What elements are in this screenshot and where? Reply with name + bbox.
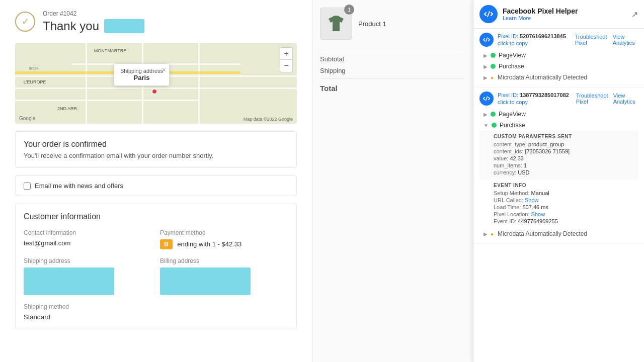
- fb-pixel-id-2: Pixel ID: 1387793285017082 click to copy: [498, 92, 569, 105]
- shipping-label: Shipping: [320, 67, 346, 74]
- fb-param-num-items: num_items: 1: [494, 162, 632, 168]
- payment-value: B ending with 1 - $42.33: [160, 239, 288, 249]
- shipping-method: Shipping method Standard: [24, 303, 288, 321]
- map-keyboard: Google: [19, 114, 35, 122]
- billing-address: Billing address: [160, 257, 288, 295]
- map-pin: [150, 88, 158, 99]
- fb-code-icon: [484, 10, 493, 19]
- map-label-europe: L'EUROPE: [24, 79, 46, 84]
- fb-pixel-section-1: Pixel ID: 520761696213845 click to copy …: [473, 29, 644, 87]
- fb-pixel-id-1: Pixel ID: 520761696213845 click to copy: [498, 33, 566, 46]
- fb-info-setup: Setup Method: Manual: [494, 190, 632, 196]
- fb-header-title-group: Facebook Pixel Helper Learn More: [503, 7, 578, 21]
- fb-info-event-id: Event ID: 4497764909255: [494, 218, 632, 224]
- fb-icon: [479, 5, 498, 23]
- fb-panel-title: Facebook Pixel Helper: [503, 7, 578, 15]
- contact-value: test@gmail.com: [24, 239, 152, 247]
- payment-label: Payment method: [160, 229, 288, 236]
- shipping-method-label: Shipping method: [24, 303, 288, 310]
- shipping-address-label: Shipping address: [24, 257, 152, 264]
- fb-pixel-code-icon-2: [483, 95, 490, 102]
- email-checkbox[interactable]: [24, 183, 31, 190]
- fb-info-pixel-location: Pixel Location: Show: [494, 211, 632, 217]
- email-checkbox-label: Email me with news and offers: [35, 182, 123, 190]
- fb-microdata-label-2: Microdata Automatically Detected: [498, 230, 587, 237]
- fb-microdata-label-1: Microdata Automatically Detected: [498, 74, 587, 81]
- view-analytics-link-1[interactable]: View Analytics: [613, 34, 638, 46]
- product-badge: 1: [344, 5, 354, 15]
- fb-param-value: value: 42.33: [494, 155, 632, 161]
- fb-event-arrow-2c[interactable]: ▶: [484, 231, 488, 237]
- map-zoom-out[interactable]: −: [280, 60, 292, 72]
- map-tooltip-city: Paris: [120, 74, 163, 81]
- fb-event-arrow-1a[interactable]: ▶: [484, 53, 488, 58]
- map-container: MONTMARTRE 9TH L'EUROPE 2ND ARR. × Shipp…: [15, 43, 297, 124]
- fb-event-arrow-2b[interactable]: ▼: [484, 123, 489, 128]
- fb-external-link[interactable]: ↗: [631, 10, 638, 19]
- fb-pixel-icon-1: [479, 33, 494, 47]
- fb-microdata-icon-2: ●: [491, 231, 494, 237]
- email-checkbox-row[interactable]: Email me with news and offers: [15, 175, 297, 196]
- fb-pixel-section-2: Pixel ID: 1387793285017082 click to copy…: [473, 87, 644, 244]
- troubleshoot-link-2[interactable]: Troubleshoot Pixel: [576, 93, 608, 105]
- fb-pixel-id-1-group: Pixel ID: 520761696213845 click to copy: [498, 33, 571, 47]
- confirmation-box: Your order is confirmed You'll receive a…: [15, 131, 297, 168]
- shipping-row: Shipping: [320, 67, 465, 74]
- fb-url-show-link[interactable]: Show: [525, 197, 539, 203]
- fb-event-microdata-2: ▶ ● Microdata Automatically Detected: [479, 228, 638, 239]
- fb-event-dot-2b: [492, 123, 497, 128]
- total-row: Total: [320, 78, 465, 93]
- fb-event-dot-1a: [491, 53, 496, 58]
- fb-event-dot-2a: [491, 112, 496, 117]
- fb-event-purchase-1: ▶ Purchase: [479, 61, 638, 72]
- product-image-wrapper: 1: [320, 8, 352, 40]
- map-controls: + −: [280, 47, 293, 72]
- map-zoom-in[interactable]: +: [280, 48, 292, 60]
- fb-pixel-id-2-group: Pixel ID: 1387793285017082 click to copy: [498, 92, 572, 106]
- view-analytics-link-2[interactable]: View Analytics: [613, 93, 638, 105]
- product-row: 1 Product 1: [320, 8, 465, 40]
- shipping-address: Shipping address: [24, 257, 152, 295]
- name-redacted: [104, 19, 144, 33]
- troubleshoot-link-1[interactable]: Troubleshoot Pixel: [575, 34, 608, 46]
- billing-address-label: Billing address: [160, 257, 288, 264]
- fb-event-arrow-2a[interactable]: ▶: [484, 112, 488, 117]
- tshirt-icon: [326, 14, 346, 34]
- contact-label: Contact information: [24, 229, 152, 236]
- fb-pixel-header-1: Pixel ID: 520761696213845 click to copy …: [479, 33, 638, 47]
- fb-event-dot-1b: [491, 64, 496, 69]
- fb-event-microdata-1: ▶ ● Microdata Automatically Detected: [479, 72, 638, 83]
- confirmation-text: You'll receive a confirmation email with…: [24, 152, 288, 159]
- fb-event-pageview-1: ▶ PageView: [479, 50, 638, 61]
- shipping-address-value: [24, 267, 114, 295]
- fb-param-content-type: content_type: product_group: [494, 141, 632, 147]
- fb-custom-params: CUSTOM PARAMETERS SENT content_type: pro…: [479, 131, 638, 179]
- fb-event-arrow-1b[interactable]: ▶: [484, 64, 488, 69]
- map-label-9th: 9TH: [29, 66, 38, 71]
- fb-param-currency: currency: USD: [494, 169, 632, 175]
- fb-event-arrow-1c[interactable]: ▶: [484, 75, 488, 80]
- fb-pixel-links-1: Troubleshoot Pixel View Analytics: [575, 34, 638, 46]
- fb-info-load-time: Load Time: 507.46 ms: [494, 204, 632, 210]
- map-tooltip-close[interactable]: ×: [162, 66, 166, 74]
- payment-text: ending with 1 - $42.33: [177, 240, 242, 248]
- fb-pixel-location-show-link[interactable]: Show: [531, 211, 545, 217]
- billing-address-value: [160, 267, 251, 295]
- fb-pixel-header-2: Pixel ID: 1387793285017082 click to copy…: [479, 92, 638, 106]
- order-header-text: Order #1042 Thank you: [43, 10, 144, 33]
- map-tooltip-title: Shipping address: [120, 68, 163, 74]
- customer-info-section: Customer information Contact information…: [15, 204, 297, 329]
- total-label: Total: [320, 84, 338, 93]
- svg-line-1: [486, 38, 487, 42]
- fb-event-info: EVENT INFO Setup Method: Manual URL Call…: [479, 179, 638, 228]
- fb-panel-subtitle[interactable]: Learn More: [503, 15, 578, 21]
- fb-event-name-2a: PageView: [499, 111, 526, 118]
- info-grid: Contact information test@gmail.com Payme…: [24, 229, 288, 295]
- order-header: ✓ Order #1042 Thank you: [15, 10, 297, 33]
- shipping-method-value: Standard: [24, 313, 288, 321]
- main-content: ✓ Order #1042 Thank you MONTMARTRE 9TH L…: [0, 0, 312, 362]
- map-tooltip: × Shipping address Paris: [114, 63, 170, 86]
- fb-header-left: Facebook Pixel Helper Learn More: [479, 5, 578, 23]
- map-pin-circle: [151, 88, 157, 95]
- fb-pixel-links-2: Troubleshoot Pixel View Analytics: [576, 93, 638, 105]
